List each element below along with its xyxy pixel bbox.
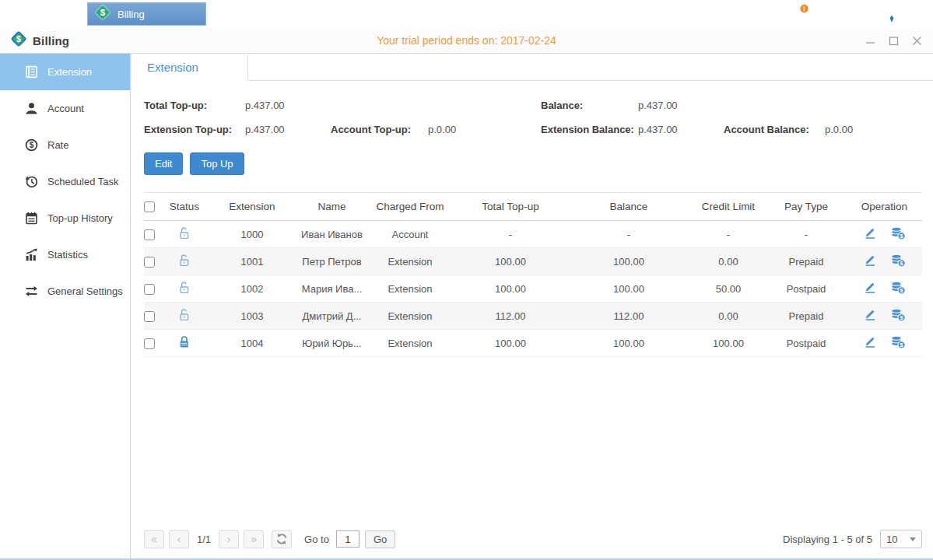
column-header-pay-type: Pay Type bbox=[766, 193, 847, 221]
table-row[interactable]: 1003Дмитрий Д...Extension112.00112.000.0… bbox=[144, 303, 922, 330]
lock-open-icon bbox=[178, 281, 191, 294]
billing-diamond-icon: $ bbox=[93, 3, 112, 25]
account-topup-value: p.0.00 bbox=[428, 124, 456, 135]
minimize-icon[interactable] bbox=[865, 35, 875, 46]
cell-total-topup: - bbox=[454, 221, 566, 248]
extension-balance-value: p.437.00 bbox=[638, 124, 724, 135]
svg-text:$: $ bbox=[30, 141, 34, 149]
column-header-balance: Balance bbox=[566, 193, 691, 221]
topup-coins-icon[interactable]: $ bbox=[890, 254, 906, 268]
user-account-icon[interactable] bbox=[882, 4, 902, 24]
trial-notice: Your trial period ends on: 2017-02-24 bbox=[0, 34, 933, 47]
goto-label: Go to bbox=[304, 534, 329, 545]
resource-monitor-icon[interactable] bbox=[835, 4, 857, 24]
cell-total-topup: 100.00 bbox=[454, 330, 566, 357]
row-checkbox[interactable] bbox=[144, 311, 155, 322]
table-row[interactable]: 1004Юрий Юрь...Extension100.00100.00100.… bbox=[144, 330, 922, 357]
cell-balance: - bbox=[566, 221, 691, 248]
column-header-total-top-up: Total Top-up bbox=[454, 193, 566, 221]
row-checkbox[interactable] bbox=[144, 338, 155, 349]
account-topup-label: Account Top-up: bbox=[331, 124, 428, 135]
column-header-extension: Extension bbox=[206, 193, 298, 221]
cell-credit-limit: 50.00 bbox=[691, 275, 766, 303]
extension-icon bbox=[25, 65, 38, 79]
cell-pay-type: Prepaid bbox=[766, 303, 847, 330]
close-icon[interactable] bbox=[911, 35, 922, 46]
table-header-row: StatusExtensionNameCharged FromTotal Top… bbox=[144, 193, 922, 221]
main-content: Extension Total Top-up: p.437.00 Extensi… bbox=[131, 54, 933, 558]
sidebar-item-scheduled-task[interactable]: Scheduled Task bbox=[0, 163, 130, 200]
sidebar-item-account[interactable]: Account bbox=[0, 90, 130, 127]
topup-coins-icon[interactable]: $ bbox=[890, 335, 906, 349]
next-page-button[interactable]: › bbox=[219, 530, 239, 548]
maximize-icon[interactable] bbox=[888, 35, 899, 46]
cell-charged-from: Extension bbox=[366, 275, 454, 303]
refresh-icon[interactable] bbox=[272, 530, 292, 548]
account-balance-value: p.0.00 bbox=[825, 124, 853, 135]
window-title: Billing bbox=[33, 34, 69, 47]
tab-extension[interactable]: Extension bbox=[131, 54, 248, 81]
edit-button[interactable]: Edit bbox=[144, 152, 183, 175]
cell-extension: 1000 bbox=[206, 221, 298, 248]
topup-coins-icon[interactable]: $ bbox=[890, 226, 906, 240]
select-all-checkbox[interactable] bbox=[144, 201, 155, 212]
cell-balance: 112.00 bbox=[566, 303, 691, 330]
top-up-button[interactable]: Top Up bbox=[190, 152, 244, 175]
cell-total-topup: 100.00 bbox=[454, 275, 566, 303]
balance-summary: Total Top-up: p.437.00 Extension Top-up:… bbox=[131, 81, 933, 142]
sidebar-item-label: Statistics bbox=[47, 249, 88, 261]
apps-grid-icon[interactable] bbox=[28, 4, 54, 24]
row-checkbox[interactable] bbox=[144, 284, 155, 295]
taskbar: $ Billing ! bbox=[0, 0, 933, 28]
lock-closed-icon bbox=[178, 335, 191, 348]
row-checkbox[interactable] bbox=[144, 257, 155, 268]
prev-page-button[interactable]: ‹ bbox=[169, 530, 189, 548]
cell-charged-from: Extension bbox=[366, 303, 454, 330]
cell-name: Юрий Юрь... bbox=[298, 330, 366, 357]
account-balance-label: Account Balance: bbox=[724, 124, 825, 135]
go-button[interactable]: Go bbox=[365, 530, 395, 548]
table-row[interactable]: 1002Мария Ива...Extension100.00100.0050.… bbox=[144, 275, 922, 303]
goto-page-input[interactable] bbox=[336, 530, 360, 548]
cell-credit-limit: 100.00 bbox=[691, 330, 766, 357]
tab-bar: Extension bbox=[131, 54, 933, 81]
sidebar-item-label: Scheduled Task bbox=[47, 176, 119, 187]
taskbar-tab-billing[interactable]: $ Billing bbox=[87, 2, 206, 26]
column-header-charged-from: Charged From bbox=[366, 193, 454, 221]
first-page-button[interactable]: « bbox=[144, 530, 164, 548]
page-size-select[interactable]: 10 bbox=[880, 530, 922, 548]
sidebar-item-label: General Settings bbox=[47, 285, 123, 297]
cell-total-topup: 100.00 bbox=[454, 248, 566, 275]
edit-pencil-icon[interactable] bbox=[863, 281, 877, 294]
billing-diamond-icon: $ bbox=[10, 30, 27, 51]
cell-pay-type: Prepaid bbox=[766, 248, 847, 275]
extension-topup-value: p.437.00 bbox=[245, 124, 331, 135]
cell-extension: 1004 bbox=[206, 330, 298, 357]
rate-icon: $ bbox=[25, 138, 38, 152]
billing-app-window: $ Billing ! $ Billing Your trial period … bbox=[0, 0, 933, 560]
sidebar-item-rate[interactable]: $Rate bbox=[0, 127, 130, 163]
sidebar-item-extension[interactable]: Extension bbox=[0, 54, 130, 90]
row-checkbox[interactable] bbox=[144, 229, 155, 240]
messages-icon[interactable]: ! bbox=[786, 4, 810, 25]
topup-coins-icon[interactable]: $ bbox=[890, 308, 906, 322]
extension-table: StatusExtensionNameCharged FromTotal Top… bbox=[144, 192, 922, 357]
cell-name: Дмитрий Д... bbox=[298, 303, 366, 330]
table-row[interactable]: 1001Петр ПетровExtension100.00100.000.00… bbox=[144, 248, 922, 275]
edit-pencil-icon[interactable] bbox=[863, 226, 877, 240]
edit-pencil-icon[interactable] bbox=[863, 308, 877, 321]
cell-pay-type: - bbox=[766, 221, 847, 248]
edit-pencil-icon[interactable] bbox=[863, 335, 877, 348]
cell-charged-from: Extension bbox=[366, 330, 454, 357]
sidebar-item-top-up-history[interactable]: Top-up History bbox=[0, 200, 130, 236]
last-page-button[interactable]: » bbox=[244, 530, 264, 548]
sidebar-item-general-settings[interactable]: General Settings bbox=[0, 273, 130, 310]
column-header-status: Status bbox=[163, 193, 206, 221]
topup-coins-icon[interactable]: $ bbox=[890, 281, 906, 295]
table-row[interactable]: 1000Иван ИвановAccount----$ bbox=[144, 221, 922, 248]
sidebar-item-statistics[interactable]: Statistics bbox=[0, 236, 130, 273]
taskbar-tab-label: Billing bbox=[118, 9, 145, 20]
window-header: $ Billing Your trial period ends on: 201… bbox=[0, 28, 933, 54]
edit-pencil-icon[interactable] bbox=[863, 254, 877, 267]
cell-extension: 1001 bbox=[206, 248, 298, 275]
